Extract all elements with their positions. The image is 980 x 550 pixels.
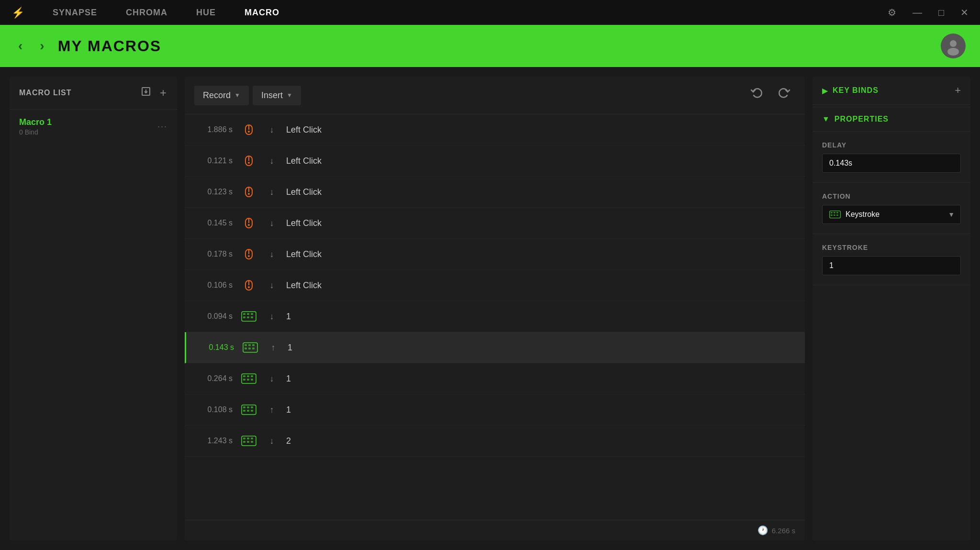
table-row[interactable]: 1.886 s ↓ Left Click (185, 114, 805, 146)
svg-point-17 (248, 224, 250, 226)
tab-chroma[interactable]: CHROMA (111, 0, 182, 25)
svg-rect-49 (243, 410, 245, 412)
keystroke-input[interactable] (822, 256, 961, 275)
row-time: 0.143 s (196, 343, 234, 352)
action-select[interactable]: Keystroke ▼ (822, 205, 961, 224)
export-icon[interactable] (140, 85, 152, 101)
total-time: 6.266 s (772, 527, 795, 535)
mouse-icon (240, 183, 257, 201)
tab-macro[interactable]: MACRO (230, 0, 294, 25)
svg-rect-34 (252, 344, 255, 346)
direction-icon: ↓ (265, 247, 278, 261)
row-label: Left Click (286, 125, 322, 135)
table-row[interactable]: 0.143 s ↑ 1 (185, 332, 805, 363)
record-dropdown-arrow[interactable]: ▼ (234, 92, 240, 99)
table-row[interactable]: 0.121 s ↓ Left Click (185, 146, 805, 177)
svg-rect-62 (836, 212, 838, 213)
direction-icon: ↓ (265, 216, 278, 230)
macro-item-bind: 0 Bind (19, 128, 157, 136)
macro-item-name: Macro 1 (19, 117, 157, 127)
svg-rect-37 (252, 348, 255, 349)
svg-rect-61 (834, 212, 835, 213)
key-binds-section-header[interactable]: ▶ KEY BINDS + (813, 77, 970, 105)
insert-dropdown-arrow[interactable]: ▼ (287, 92, 292, 99)
svg-rect-25 (243, 313, 245, 315)
macro-item-menu[interactable]: ··· (157, 122, 167, 132)
svg-rect-42 (243, 379, 245, 381)
table-row[interactable]: 0.145 s ↓ Left Click (185, 208, 805, 239)
insert-label: Insert (261, 90, 283, 101)
svg-rect-35 (245, 348, 247, 349)
redo-button[interactable] (772, 84, 795, 106)
tab-synapse[interactable]: SYNAPSE (38, 0, 111, 25)
keystroke-property: KEYSTROKE (813, 234, 970, 285)
back-button[interactable]: ‹ (14, 36, 26, 56)
toolbar: Record ▼ Insert ▼ (185, 77, 805, 114)
macro-editor-panel: Record ▼ Insert ▼ (185, 77, 805, 540)
svg-rect-48 (251, 406, 253, 408)
record-button[interactable]: Record ▼ (194, 86, 249, 105)
macro-item[interactable]: Macro 1 0 Bind ··· (10, 110, 177, 144)
table-row[interactable]: 1.243 s ↓ 2 (185, 426, 805, 457)
avatar[interactable] (941, 34, 966, 58)
svg-rect-32 (245, 344, 247, 346)
action-label: ACTION (822, 192, 961, 200)
table-row[interactable]: 0.106 s ↓ Left Click (185, 270, 805, 301)
properties-section-header[interactable]: ▼ PROPERTIES (813, 107, 970, 132)
add-macro-icon[interactable]: + (159, 85, 167, 101)
delay-input[interactable] (822, 154, 961, 173)
row-time: 0.264 s (194, 374, 233, 383)
svg-rect-26 (247, 313, 249, 315)
table-row[interactable]: 0.108 s ↑ 1 (185, 394, 805, 426)
direction-icon: ↓ (265, 434, 278, 448)
minimize-icon[interactable]: — (909, 5, 926, 20)
forward-button[interactable]: › (36, 36, 48, 56)
add-key-bind-icon[interactable]: + (955, 84, 961, 97)
macro-item-info: Macro 1 0 Bind (19, 117, 157, 136)
row-label: Left Click (286, 218, 322, 228)
macro-list-actions: + (140, 85, 167, 101)
undo-button[interactable] (746, 84, 768, 106)
svg-rect-30 (251, 316, 253, 318)
close-icon[interactable]: ✕ (957, 5, 972, 20)
properties-title: PROPERTIES (835, 115, 961, 123)
settings-icon[interactable]: ⚙ (884, 5, 900, 20)
svg-rect-55 (251, 438, 253, 439)
properties-panel: ▶ KEY BINDS + ▼ PROPERTIES DELAY ACTION (813, 77, 970, 540)
svg-rect-50 (247, 410, 249, 412)
row-label: 1 (286, 374, 291, 384)
keyboard-icon (240, 308, 257, 325)
svg-rect-54 (247, 438, 249, 439)
svg-point-23 (248, 286, 250, 288)
svg-point-3 (950, 40, 957, 47)
row-label: Left Click (286, 156, 322, 166)
tab-hue[interactable]: HUE (182, 0, 230, 25)
direction-icon: ↓ (265, 310, 278, 323)
direction-icon: ↓ (265, 154, 278, 168)
titlebar: ⚡ SYNAPSE CHROMA HUE MACRO ⚙ — □ ✕ (0, 0, 980, 25)
razer-logo: ⚡ (8, 2, 29, 23)
direction-icon: ↓ (265, 185, 278, 199)
table-row[interactable]: 0.178 s ↓ Left Click (185, 239, 805, 270)
macro-rows-list: 1.886 s ↓ Left Click 0.121 s (185, 114, 805, 520)
keyboard-icon (240, 432, 257, 449)
delay-label: DELAY (822, 141, 961, 149)
macro-list-panel: MACRO LIST + Macro 1 0 Bind ··· (10, 77, 177, 540)
svg-rect-40 (247, 375, 249, 377)
svg-rect-36 (248, 348, 251, 349)
row-time: 0.178 s (194, 250, 233, 258)
row-time: 0.123 s (194, 188, 233, 196)
mouse-icon (240, 121, 257, 138)
row-time: 0.094 s (194, 312, 233, 321)
table-row[interactable]: 0.123 s ↓ Left Click (185, 177, 805, 208)
table-row[interactable]: 0.094 s ↓ 1 (185, 301, 805, 332)
action-dropdown-arrow-icon: ▼ (948, 211, 955, 218)
page-title: MY MACROS (58, 37, 931, 55)
table-row[interactable]: 0.264 s ↓ 1 (185, 363, 805, 394)
key-binds-arrow-icon: ▶ (822, 86, 828, 95)
svg-rect-41 (251, 375, 253, 377)
insert-button[interactable]: Insert ▼ (253, 86, 301, 105)
clock-icon: 🕐 (757, 525, 768, 536)
maximize-icon[interactable]: □ (935, 5, 948, 20)
svg-point-8 (248, 131, 250, 133)
